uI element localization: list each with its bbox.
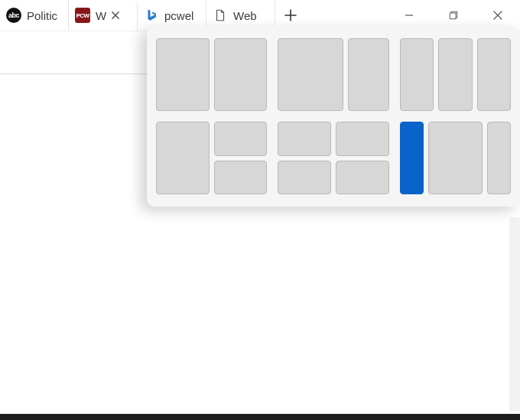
snap-layout-quad[interactable] — [278, 122, 388, 194]
snap-layout-3col[interactable] — [400, 38, 511, 111]
close-icon — [112, 11, 119, 19]
pcw-favicon-text: PCW — [75, 8, 90, 23]
snap-layout-2col[interactable] — [156, 38, 267, 111]
snap-tile[interactable] — [214, 122, 268, 156]
snap-layout-3col-wide-center[interactable] — [400, 122, 511, 194]
snap-layouts-panel[interactable] — [147, 26, 520, 207]
snap-tile[interactable] — [336, 161, 389, 195]
snap-tile[interactable] — [438, 38, 472, 111]
page-icon — [213, 8, 227, 22]
abc-favicon: abc — [6, 8, 21, 23]
snap-tile[interactable] — [278, 38, 343, 111]
bing-favicon — [144, 8, 159, 23]
snap-tile[interactable] — [348, 38, 389, 111]
snap-layout-left-tall-rightstack[interactable] — [156, 122, 267, 194]
tab-1-label: W — [96, 9, 106, 22]
snap-tile[interactable] — [336, 122, 389, 156]
snap-tile[interactable] — [278, 161, 331, 195]
bing-icon — [145, 8, 158, 22]
plus-icon — [284, 9, 297, 21]
page-favicon — [213, 8, 228, 23]
snap-tile[interactable] — [487, 122, 511, 194]
tab-0-label: Politic — [27, 9, 57, 22]
snap-tile[interactable] — [477, 38, 511, 111]
tab-2-label: pcwel — [164, 9, 193, 22]
snap-tile[interactable] — [428, 122, 483, 194]
minimize-icon — [405, 11, 414, 20]
toolbar-separator — [0, 73, 147, 74]
tab-1[interactable]: PCW W — [69, 0, 138, 31]
pcw-favicon: PCW — [75, 8, 90, 23]
tab-1-close-button[interactable] — [108, 8, 123, 23]
snap-tile[interactable] — [214, 38, 268, 111]
snap-tile-selected[interactable] — [400, 122, 424, 194]
snap-tile[interactable] — [156, 122, 210, 194]
abc-favicon-text: abc — [6, 8, 21, 23]
snap-layout-left-wide[interactable] — [278, 38, 388, 111]
tab-3-label: Web — [233, 9, 257, 22]
snap-tile[interactable] — [214, 161, 268, 195]
snap-tile[interactable] — [278, 122, 331, 156]
taskbar-edge — [0, 414, 520, 420]
snap-tile[interactable] — [156, 38, 210, 111]
restore-icon — [449, 11, 458, 20]
svg-rect-1 — [450, 13, 456, 19]
tab-0[interactable]: abc Politic — [0, 0, 69, 31]
snap-tile[interactable] — [400, 38, 434, 111]
close-window-icon — [493, 11, 502, 20]
